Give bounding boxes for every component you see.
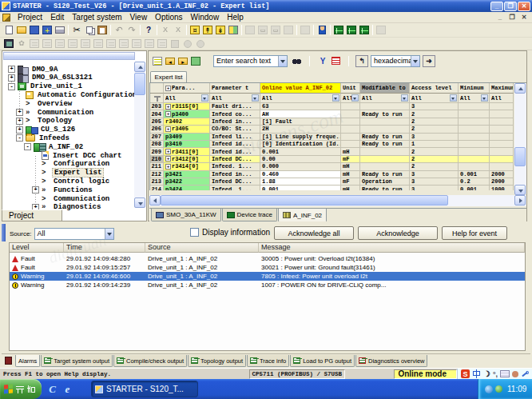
user-icon[interactable] <box>512 371 518 377</box>
column-header-maximum[interactable]: Maximum <box>490 83 514 94</box>
insert-x1-icon[interactable]: X <box>159 24 172 36</box>
collapse-icon[interactable]: - <box>24 143 31 150</box>
download-to-target-icon[interactable]: ↟ <box>201 24 214 36</box>
wire-1-icon[interactable] <box>79 38 92 50</box>
wire-2-icon[interactable] <box>92 38 105 50</box>
project-tab[interactable]: Project <box>2 209 62 221</box>
grid-scroll-thumb[interactable] <box>514 147 526 166</box>
collapse-icon[interactable]: - <box>8 83 15 90</box>
redo-icon[interactable]: ↷ <box>125 24 138 36</box>
filter-cell[interactable]: All <box>360 94 410 103</box>
acknowledge-all-button[interactable]: Acknowledge all <box>274 226 354 240</box>
expand-icon[interactable]: + <box>8 74 15 82</box>
expand-param-icon[interactable]: + <box>165 126 171 132</box>
expert-list-tab[interactable]: Expert list <box>150 71 187 82</box>
parameter-row-206[interactable]: 206+r3405CO/BO: St...2H2 <box>150 126 514 133</box>
expand-icon[interactable]: + <box>16 109 23 116</box>
expand-param-icon[interactable]: + <box>165 156 171 162</box>
parameter-row-211[interactable]: 211+r3414[0]Infeed. 1...0.000mH2 <box>150 163 514 170</box>
grid-scroll-left-button[interactable] <box>149 195 161 205</box>
param-value[interactable]: 2H <box>260 126 341 133</box>
binoculars-search-icon[interactable] <box>290 55 303 67</box>
upload-from-target-icon[interactable]: ↡ <box>214 24 227 36</box>
source-combo-arrow[interactable] <box>105 229 113 239</box>
param-value[interactable]: [1] Line supply freque.. <box>260 134 341 141</box>
menu-help[interactable]: Help <box>223 13 248 22</box>
column-header-online-value-a-inf-02[interactable]: Online value A_INF_02 <box>260 83 341 94</box>
mdi-restore-button[interactable]: ❐ <box>506 13 518 22</box>
block-icon[interactable] <box>169 38 181 50</box>
param-value[interactable]: 0.001 <box>260 186 341 190</box>
parameter-row-209[interactable]: 209+r3411[0]Infeed id...0.001mH2 <box>150 148 514 155</box>
filter-cell[interactable]: All <box>490 94 514 103</box>
expert-copy-icon[interactable] <box>189 55 202 67</box>
doc-tab-device-trace[interactable]: Device trace <box>222 209 277 221</box>
doc-tab-a-inf-02[interactable]: A_INF_02 <box>278 209 327 222</box>
menu-options[interactable]: Options <box>151 13 186 22</box>
tray-icon-2[interactable] <box>495 385 502 393</box>
column-header-minimum[interactable]: Minimum <box>459 83 490 94</box>
param-value[interactable]: 1.88 <box>260 178 341 186</box>
explorer-icon[interactable]: e <box>62 383 73 395</box>
tree-item-dmo-9a-6sl3121[interactable]: +DMO_9A_6SL3121 <box>8 74 94 82</box>
alarm-row-1[interactable]: Fault29.01.92 14:09:48:280Drive_unit_1 :… <box>10 254 525 263</box>
trace-icon[interactable] <box>332 24 345 36</box>
tree-item-overview[interactable]: >Overview <box>16 99 73 108</box>
tree-item-communication[interactable]: +»Communication <box>16 108 95 117</box>
print-icon[interactable] <box>54 24 66 36</box>
parameter-row-212[interactable]: 212p3421Infeed in...0.460mHReady to run3… <box>150 171 514 178</box>
display-information-checkbox[interactable] <box>190 228 199 237</box>
menu-target-system[interactable]: Target system <box>68 13 125 22</box>
tray-icon-1[interactable] <box>485 385 493 393</box>
tree-item-control-logic[interactable]: >Control logic <box>32 177 111 186</box>
param-value[interactable]: 0.460 <box>260 171 341 178</box>
expert-insert-icon[interactable] <box>151 55 164 67</box>
expand-icon[interactable]: + <box>32 186 39 194</box>
expand-icon[interactable]: + <box>16 126 23 134</box>
alarm-column-source[interactable]: Source <box>145 243 259 253</box>
column-header-modifiable-to[interactable]: Modifiable to <box>360 83 410 94</box>
punctuation-icon[interactable]: °, <box>493 370 498 378</box>
commissioning-icon[interactable] <box>316 24 328 36</box>
insert-dcc-chart-icon[interactable] <box>2 38 15 50</box>
start-button[interactable] <box>0 379 42 399</box>
search-combo-arrow[interactable] <box>278 56 287 66</box>
filter-cell[interactable]: All <box>459 94 490 103</box>
param-value[interactable]: 0.00 <box>260 156 341 163</box>
param-value[interactable]: AH <box>260 110 341 118</box>
tree-item-topology[interactable]: +>Topology <box>16 117 73 126</box>
circle-1-icon[interactable] <box>181 38 194 50</box>
filter-cell[interactable]: All <box>210 94 260 103</box>
copy-icon[interactable] <box>83 24 96 36</box>
output-tab-load-to-pg-output[interactable]: Load to PG output <box>290 355 355 367</box>
column-header-parameter-t[interactable]: Parameter t <box>210 83 260 94</box>
output-tab-trace-info[interactable]: Trace info <box>247 355 289 367</box>
ie-icon[interactable]: C <box>46 383 58 395</box>
output-tab-compile-check-output[interactable]: Compile/check output <box>113 355 187 367</box>
expert-open-icon[interactable]: ◂ <box>164 55 177 67</box>
close-button[interactable]: ✕ <box>518 2 530 11</box>
maximize-button[interactable]: ❐ <box>504 2 517 11</box>
parameter-row-213[interactable]: 213p3422Infeed DC...1.88mFOperation30.22… <box>150 178 514 186</box>
tree-vertical-scrollbar[interactable] <box>134 62 145 208</box>
new-project-icon[interactable] <box>2 24 15 36</box>
monitor-icon[interactable] <box>41 38 54 50</box>
fullwidth-moon-icon[interactable]: ☽ <box>483 369 490 378</box>
output-tab-topology-output[interactable]: Topology output <box>188 355 246 367</box>
soft-keyboard-icon[interactable] <box>500 370 510 377</box>
sogou-icon[interactable]: S <box>461 369 470 378</box>
acknowledge-button[interactable]: Acknowledge <box>358 226 438 240</box>
function-generator-icon[interactable] <box>345 24 358 36</box>
undo-icon[interactable]: ↶ <box>113 24 125 36</box>
param-value[interactable]: 0.000 <box>260 163 341 170</box>
column-header-para-[interactable]: +Para... <box>164 83 210 94</box>
filter-cell[interactable]: All <box>164 94 210 103</box>
parameter-row-205[interactable]: 205r3402Infeed in...[1] Fault2 <box>150 118 514 126</box>
expand-param-icon[interactable]: + <box>165 164 171 170</box>
net-view-icon[interactable] <box>54 38 66 50</box>
measuring-icon[interactable] <box>358 24 371 36</box>
grid-vertical-scrollbar[interactable] <box>514 82 526 194</box>
connect-target-system-icon[interactable]: ¤ <box>189 24 201 36</box>
minimize-button[interactable]: _ <box>490 2 503 11</box>
parameter-row-207[interactable]: 207p3409Infeed li...[1] Line supply freq… <box>150 134 514 141</box>
